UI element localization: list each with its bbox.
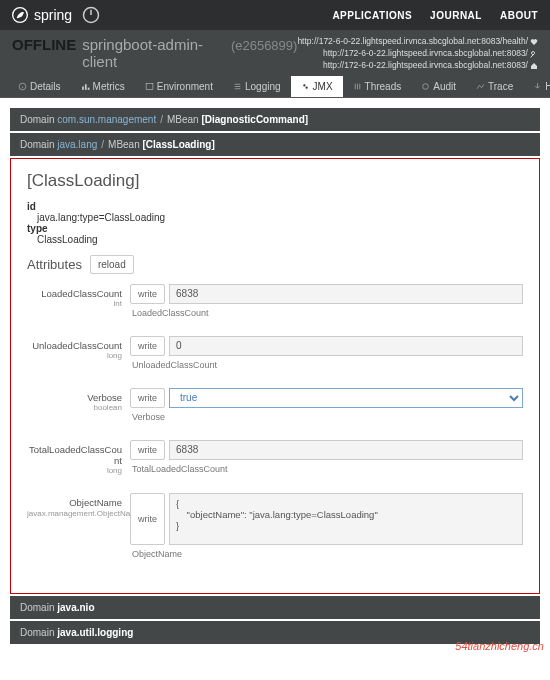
spring-leaf-icon <box>12 7 28 23</box>
attr-totalloadedclasscount: TotalLoadedClassCountlong write TotalLoa… <box>27 440 523 476</box>
reload-button[interactable]: reload <box>90 255 134 274</box>
accordion-com-sun-management[interactable]: Domain com.sun.management/MBean [Diagnos… <box>10 108 540 131</box>
write-button[interactable]: write <box>130 440 165 460</box>
svg-point-13 <box>303 84 305 86</box>
svg-point-14 <box>305 86 307 88</box>
service-url[interactable]: http://172-6-0-22.lightspeed.irvnca.sbcg… <box>323 60 528 72</box>
mgmt-url[interactable]: http://172-6-0-22.lightspeed.irvnca.sbcg… <box>323 48 528 60</box>
type-value: ClassLoading <box>27 234 523 245</box>
svg-rect-8 <box>87 87 89 89</box>
id-value: java.lang:type=ClassLoading <box>27 212 523 223</box>
tab-threads[interactable]: Threads <box>343 76 412 97</box>
attr-loadedclasscount: LoadedClassCountint write LoadedClassCou… <box>27 284 523 318</box>
brand-text: spring <box>34 7 72 23</box>
heart-icon <box>530 38 538 46</box>
tab-logging[interactable]: Logging <box>223 76 291 97</box>
objectname-textarea[interactable]: { "objectName": "java.lang:type=ClassLoa… <box>169 493 523 545</box>
tab-metrics[interactable]: Metrics <box>71 76 135 97</box>
unloadedclasscount-input[interactable] <box>169 336 523 356</box>
tab-audit[interactable]: Audit <box>411 76 466 97</box>
type-label: type <box>27 223 523 234</box>
tab-jmx[interactable]: JMX <box>291 76 343 97</box>
accordion-java-nio[interactable]: Domain java.nio <box>10 596 540 619</box>
attr-objectname: ObjectNamejavax.management.ObjectName wr… <box>27 493 523 559</box>
tab-trace[interactable]: Trace <box>466 76 523 97</box>
topbar: spring APPLICATIONS JOURNAL ABOUT <box>0 0 550 30</box>
verbose-select[interactable]: true <box>169 388 523 408</box>
totalloadedclasscount-input[interactable] <box>169 440 523 460</box>
nav-about[interactable]: ABOUT <box>500 10 538 21</box>
brand-logo: spring <box>12 7 72 23</box>
power-icon[interactable] <box>82 6 100 24</box>
accordion-java-util-logging[interactable]: Domain java.util.logging <box>10 621 540 644</box>
loadedclasscount-input[interactable] <box>169 284 523 304</box>
tab-environment[interactable]: Environment <box>135 76 223 97</box>
tab-details[interactable]: Details <box>8 76 71 97</box>
home-icon <box>530 62 538 70</box>
svg-rect-7 <box>85 84 87 90</box>
nav-applications[interactable]: APPLICATIONS <box>332 10 412 21</box>
accordion-java-lang[interactable]: Domain java.lang/MBean [ClassLoading] <box>10 133 540 156</box>
attr-unloadedclasscount: UnloadedClassCountlong write UnloadedCla… <box>27 336 523 370</box>
write-button[interactable]: write <box>130 388 165 408</box>
svg-rect-9 <box>146 83 153 89</box>
subheader: OFFLINE springboot-admin-client (e265689… <box>0 30 550 76</box>
panel-title: [ClassLoading] <box>27 171 523 191</box>
write-button[interactable]: write <box>130 336 165 356</box>
svg-point-18 <box>423 83 429 89</box>
write-button[interactable]: write <box>130 284 165 304</box>
wrench-icon <box>530 50 538 58</box>
tab-bar: Details Metrics Environment Logging JMX … <box>0 76 550 98</box>
mbean-panel: [ClassLoading] id java.lang:type=ClassLo… <box>10 158 540 595</box>
app-id: (e2656899) <box>231 38 298 53</box>
attr-verbose: Verboseboolean write true Verbose <box>27 388 523 422</box>
health-url[interactable]: http://172-6-0-22.lightspeed.irvnca.sbcg… <box>297 36 528 48</box>
status-badge: OFFLINE <box>12 36 76 53</box>
endpoint-urls: http://172-6-0-22.lightspeed.irvnca.sbcg… <box>297 36 538 72</box>
app-name: springboot-admin-client <box>82 36 225 70</box>
svg-rect-6 <box>82 86 84 89</box>
tab-heapdump[interactable]: Heapdump <box>523 76 550 97</box>
top-nav: APPLICATIONS JOURNAL ABOUT <box>332 10 538 21</box>
attributes-heading: Attributes <box>27 257 82 272</box>
id-label: id <box>27 201 523 212</box>
write-button[interactable]: write <box>130 493 165 545</box>
nav-journal[interactable]: JOURNAL <box>430 10 482 21</box>
